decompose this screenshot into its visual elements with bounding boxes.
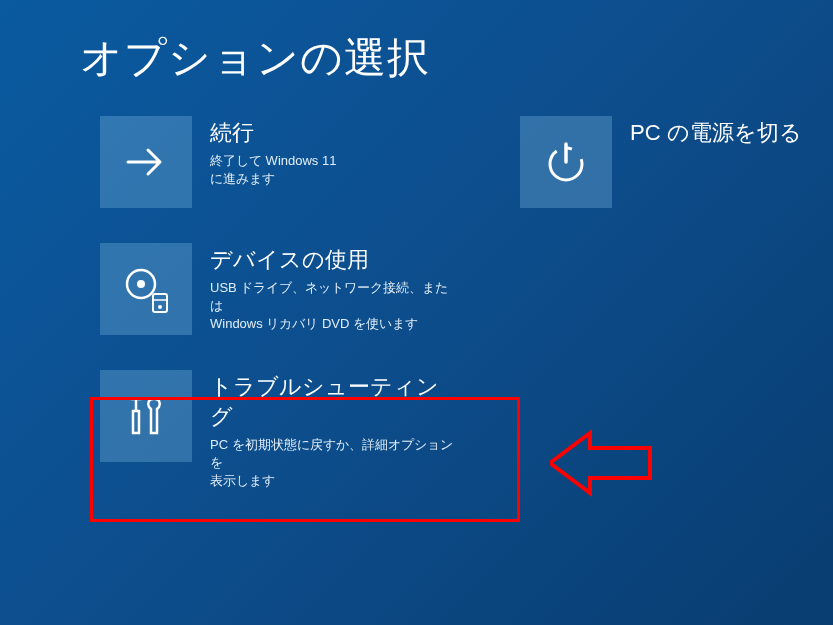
power-icon — [520, 116, 612, 208]
continue-desc: 終了して Windows 11 に進みます — [210, 152, 336, 188]
shutdown-text: PC の電源を切る — [630, 116, 802, 152]
page-title: オプションの選択 — [0, 0, 833, 116]
continue-tile[interactable]: 続行 終了して Windows 11 に進みます — [100, 116, 460, 208]
use-device-title: デバイスの使用 — [210, 245, 460, 275]
svg-point-3 — [158, 305, 162, 309]
shutdown-tile[interactable]: PC の電源を切る — [520, 116, 833, 208]
tools-icon — [100, 370, 192, 462]
troubleshoot-title: トラブルシューティング — [210, 372, 460, 432]
use-device-desc: USB ドライブ、ネットワーク接続、または Windows リカバリ DVD を… — [210, 279, 460, 334]
troubleshoot-desc: PC を初期状態に戻すか、詳細オプションを 表示します — [210, 436, 460, 491]
continue-text: 続行 終了して Windows 11 に進みます — [210, 116, 336, 188]
troubleshoot-tile[interactable]: トラブルシューティング PC を初期状態に戻すか、詳細オプションを 表示します — [100, 370, 460, 491]
shutdown-title: PC の電源を切る — [630, 118, 802, 148]
options-container: 続行 終了して Windows 11 に進みます デバイスの使用 USB ドライ… — [0, 116, 833, 491]
continue-title: 続行 — [210, 118, 336, 148]
svg-point-1 — [137, 280, 145, 288]
use-device-text: デバイスの使用 USB ドライブ、ネットワーク接続、または Windows リカ… — [210, 243, 460, 334]
arrow-right-icon — [100, 116, 192, 208]
device-icon — [100, 243, 192, 335]
svg-rect-2 — [153, 294, 167, 312]
left-column: 続行 終了して Windows 11 に進みます デバイスの使用 USB ドライ… — [100, 116, 460, 491]
right-column: PC の電源を切る — [500, 116, 833, 491]
troubleshoot-text: トラブルシューティング PC を初期状態に戻すか、詳細オプションを 表示します — [210, 370, 460, 491]
use-device-tile[interactable]: デバイスの使用 USB ドライブ、ネットワーク接続、または Windows リカ… — [100, 243, 460, 335]
